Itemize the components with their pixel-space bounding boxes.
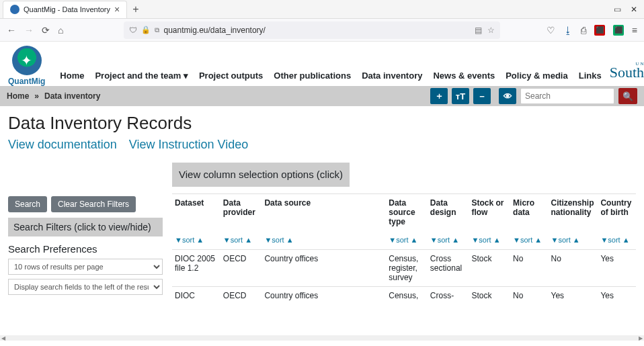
extension-icon-2[interactable]: ⬛ [613, 25, 624, 36]
font-increase-button[interactable]: ＋ [430, 88, 448, 104]
library-icon[interactable]: ⎙ [581, 25, 586, 36]
home-icon[interactable]: ⌂ [58, 25, 63, 36]
breadcrumb-bar: Home » Data inventory ＋ тT − 👁 🔍 [0, 86, 644, 106]
close-tab-icon[interactable]: × [114, 4, 120, 15]
menu-icon[interactable]: ≡ [632, 25, 637, 36]
cell-provider: OECD [220, 249, 262, 286]
window-controls: ▭ ✕ [614, 5, 644, 14]
rows-per-page-select[interactable]: 10 rows of results per page [8, 259, 163, 275]
col-dataset: Dataset [172, 193, 220, 229]
font-decrease-button[interactable]: − [473, 88, 491, 104]
reader-icon[interactable]: ▤ [475, 26, 482, 35]
cell-birth: Yes [598, 286, 636, 304]
breadcrumb-separator: » [34, 91, 39, 101]
horizontal-scrollbar[interactable]: ◀ ▶ [0, 335, 644, 341]
nav-links[interactable]: Links [579, 71, 602, 81]
main-nav: Home Project and the team ▾ Project outp… [60, 71, 601, 86]
cell-stock: Stock [469, 286, 510, 304]
nav-project[interactable]: Project and the team ▾ [95, 71, 188, 81]
nav-outputs[interactable]: Project outputs [199, 71, 263, 81]
download-icon[interactable]: ⭳ [563, 25, 573, 36]
back-icon[interactable]: ← [7, 25, 16, 36]
breadcrumb-current: Data inventory [44, 91, 100, 101]
table-row: DIOC 2005 file 1.2 OECD Country offices … [172, 249, 636, 286]
column-selection-toggle[interactable]: View column selection options (click) [172, 163, 350, 187]
view-documentation-link[interactable]: View documentation [8, 138, 117, 152]
cell-type: Census, [386, 286, 428, 304]
sort-source[interactable]: ▼sort ▲ [264, 236, 293, 244]
breadcrumb-home[interactable]: Home [7, 91, 29, 101]
save-icon[interactable]: ♡ [547, 25, 555, 36]
sort-micro[interactable]: ▼sort ▲ [513, 236, 542, 244]
table-row: DIOC OECD Country offices Census, Cross-… [172, 286, 636, 304]
cell-dataset: DIOC [172, 286, 220, 304]
extension-icon[interactable]: ⬛ [594, 25, 605, 36]
nav-home[interactable]: Home [60, 71, 84, 81]
display-layout-select[interactable]: Display search fields to the left of the… [8, 279, 163, 295]
site-logo[interactable]: ✦ QuantMig [8, 46, 45, 86]
tab-title: QuantMig - Data Inventory [24, 5, 110, 13]
bookmark-star-icon[interactable]: ☆ [487, 26, 495, 35]
cell-source: Country offices [261, 286, 386, 304]
sort-provider[interactable]: ▼sort ▲ [223, 236, 252, 244]
col-citizen: Citizenship nationality [549, 193, 598, 229]
forward-icon[interactable]: → [24, 25, 34, 36]
preferences-title: Search Preferences [8, 243, 163, 255]
connection-indicator: ⧉ [155, 26, 159, 34]
sort-stock[interactable]: ▼sort ▲ [471, 236, 500, 244]
site-search-input[interactable] [520, 88, 614, 104]
view-video-link[interactable]: View Instruction Video [129, 138, 248, 152]
col-design: Data design [428, 193, 469, 229]
shield-icon[interactable]: 🛡 [129, 26, 137, 35]
browser-toolbar: ← → ⟳ ⌂ 🛡 🔒 ⧉ quantmig.eu/data_inventory… [0, 19, 644, 42]
col-source: Data source [261, 193, 386, 229]
tab-favicon [10, 5, 19, 14]
sort-type[interactable]: ▼sort ▲ [389, 236, 417, 244]
search-button[interactable]: Search [8, 196, 47, 212]
sort-dataset[interactable]: ▼sort ▲ [175, 236, 204, 244]
cell-citizen: No [549, 249, 598, 286]
sort-birth[interactable]: ▼sort ▲ [600, 236, 629, 244]
cell-stock: Stock [469, 249, 510, 286]
logo-text: QuantMig [8, 77, 45, 86]
cell-micro: No [510, 249, 548, 286]
browser-tab[interactable]: QuantMig - Data Inventory × [3, 1, 127, 18]
window-restore-icon[interactable]: ▭ [614, 5, 621, 14]
nav-publications[interactable]: Other publications [274, 71, 351, 81]
nav-policy[interactable]: Policy & media [506, 71, 567, 81]
page-title: Data Inventory Records [8, 113, 636, 134]
scroll-right-icon[interactable]: ▶ [639, 335, 643, 341]
cell-dataset: DIOC 2005 file 1.2 [172, 249, 220, 286]
logo-icon: ✦ [12, 46, 42, 75]
lock-icon[interactable]: 🔒 [141, 26, 151, 34]
col-stock: Stock or flow [469, 193, 510, 229]
clear-filters-button[interactable]: Clear Search Filters [51, 196, 136, 212]
window-close-icon[interactable]: ✕ [631, 5, 637, 14]
cell-provider: OECD [220, 286, 262, 304]
sort-design[interactable]: ▼sort ▲ [430, 236, 459, 244]
cell-source: Country offices [261, 249, 386, 286]
col-provider: Data provider [220, 193, 262, 229]
university-name: Southampton [610, 64, 644, 81]
sort-citizen[interactable]: ▼sort ▲ [551, 236, 580, 244]
scroll-left-icon[interactable]: ◀ [1, 335, 5, 341]
address-bar[interactable]: 🛡 🔒 ⧉ quantmig.eu/data_inventory/ ▤ ☆ [124, 21, 500, 39]
cell-type: Census, register, survey [386, 249, 428, 286]
search-filters-toggle[interactable]: Search Filters (click to view/hide) [8, 218, 163, 236]
cell-design: Cross sectional [428, 249, 469, 286]
col-micro: Micro data [510, 193, 548, 229]
font-reset-button[interactable]: тT [452, 88, 469, 104]
new-tab-button[interactable]: + [127, 3, 144, 15]
site-search-button[interactable]: 🔍 [618, 88, 637, 104]
nav-inventory[interactable]: Data inventory [362, 71, 422, 81]
contrast-button[interactable]: 👁 [499, 88, 516, 104]
reload-icon[interactable]: ⟳ [42, 25, 50, 36]
cell-micro: No [510, 286, 548, 304]
browser-tab-strip: QuantMig - Data Inventory × + ▭ ✕ [0, 0, 644, 19]
nav-news[interactable]: News & events [433, 71, 495, 81]
cell-birth: Yes [598, 249, 636, 286]
site-header: ✦ QuantMig Home Project and the team ▾ P… [0, 42, 644, 86]
data-table: Dataset Data provider Data source Data s… [172, 193, 636, 304]
university-logo[interactable]: UNIVERSITY OF Southampton [610, 62, 644, 86]
col-birth: Country of birth [598, 193, 636, 229]
